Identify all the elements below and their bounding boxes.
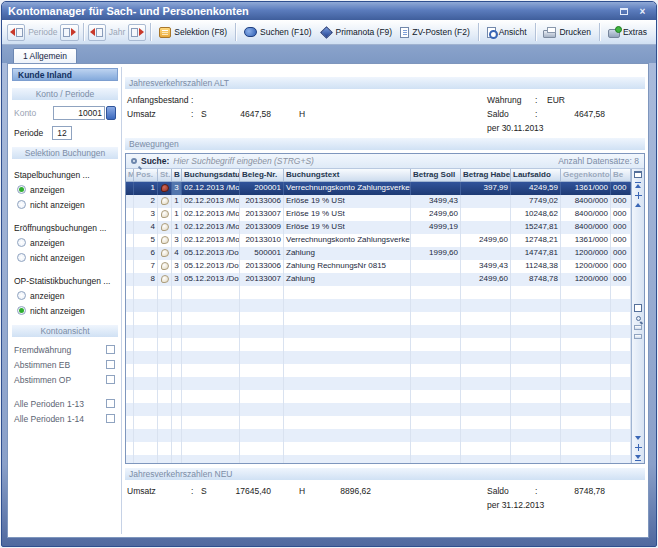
empty-cell	[158, 312, 172, 325]
tab-allgemein[interactable]: 1 Allgemein	[13, 48, 77, 63]
checkbox[interactable]	[106, 360, 115, 369]
restore-icon	[620, 8, 628, 15]
checkbox-label: Alle Perioden 1-14	[14, 414, 84, 424]
table-row[interactable]: 7305.12.2013 /Do20133006Zahlung Rechnung…	[126, 260, 631, 273]
jvz-alt-body: Anfangsbestand : Umsatz : S 4647,58 H Wä…	[125, 89, 645, 138]
column-header[interactable]: Be	[611, 169, 631, 181]
empty-cell	[126, 312, 134, 325]
table-row[interactable]: 3102.12.2013 /Mo20133007Erlöse 19 % USt2…	[126, 208, 631, 221]
checkbox-row[interactable]: Abstimmen OP	[12, 372, 118, 387]
radio-option[interactable]: anzeigen	[14, 182, 116, 197]
jahr-next-button[interactable]	[128, 24, 146, 41]
buchungstext-cell: Verrechnungskonto Zahlungsverkehr	[284, 234, 411, 247]
empty-cell	[411, 312, 461, 325]
table-row[interactable]: 2102.12.2013 /Mo20133006Erlöse 19 % USt3…	[126, 195, 631, 208]
table-header[interactable]: MPos. ▼St.BBuchungsdatumBeleg-Nr.Buchung…	[126, 169, 631, 182]
column-header[interactable]: M	[126, 169, 134, 181]
radio-option[interactable]: anzeigen	[14, 235, 116, 250]
radio-option[interactable]: nicht anzeigen	[14, 250, 116, 265]
beleg-nr-cell: 20133009	[240, 221, 284, 234]
search-bar[interactable]: Suche: Hier Suchbegriff eingeben (STRG+S…	[126, 154, 644, 169]
checkbox-row[interactable]: Alle Perioden 1-14	[12, 411, 118, 426]
checkbox[interactable]	[106, 414, 115, 423]
column-header[interactable]: Pos. ▼	[134, 169, 158, 181]
checkbox-label: Abstimmen OP	[14, 375, 71, 385]
grid-search-icon[interactable]	[636, 316, 641, 321]
restore-button[interactable]	[616, 5, 631, 18]
empty-cell	[561, 325, 611, 338]
column-select-icon[interactable]	[634, 171, 642, 178]
empty-cell	[172, 286, 182, 299]
empty-cell	[511, 286, 561, 299]
document-icon	[400, 27, 409, 38]
empty-cell	[126, 325, 134, 338]
radio-option[interactable]: nicht anzeigen	[14, 303, 116, 318]
insert-record-icon[interactable]	[635, 192, 642, 199]
column-header[interactable]: Betrag Soll	[411, 169, 461, 181]
primanota-button[interactable]: Primanota (F9)	[316, 25, 397, 39]
column-header[interactable]: Beleg-Nr.	[240, 169, 284, 181]
empty-cell	[284, 299, 411, 312]
grid-tool-icon-2[interactable]	[634, 334, 642, 339]
checkbox[interactable]	[106, 345, 115, 354]
column-header[interactable]: St.	[158, 169, 172, 181]
table-row-empty	[126, 325, 631, 338]
column-header[interactable]: Buchungsdatum	[182, 169, 240, 181]
table-row-empty	[126, 429, 631, 442]
checkbox-row[interactable]: Abstimmen EB	[12, 357, 118, 372]
empty-cell	[611, 312, 631, 325]
empty-cell	[134, 364, 158, 377]
radio-icon	[17, 238, 26, 247]
jahr-prev-button[interactable]	[88, 24, 106, 41]
columns-icon[interactable]	[634, 304, 642, 312]
periode-next-button[interactable]	[60, 24, 78, 41]
close-button[interactable]: ×	[635, 5, 650, 18]
table-row[interactable]: 6405.12.2013 /Do500001Zahlung1999,601474…	[126, 247, 631, 260]
table-row[interactable]: 4102.12.2013 /Mo20133009Erlöse 19 % USt4…	[126, 221, 631, 234]
prev-record-icon[interactable]	[635, 203, 641, 207]
konto-spinner-button[interactable]	[106, 106, 116, 120]
first-record-button[interactable]	[635, 182, 641, 188]
table-row[interactable]: 5302.12.2013 /Mo20133010Verrechnungskont…	[126, 234, 631, 247]
checkbox-row[interactable]: Fremdwährung	[12, 342, 118, 357]
column-header[interactable]: B	[172, 169, 182, 181]
extras-button[interactable]: Extras	[604, 25, 651, 40]
empty-cell	[561, 403, 611, 416]
ansicht-button[interactable]: Ansicht	[483, 25, 531, 40]
column-header[interactable]: Laufsaldo	[511, 169, 561, 181]
table-row[interactable]: 8305.12.2013 /Do20133007Zahlung2499,6087…	[126, 273, 631, 286]
table-row[interactable]: 1302.12.2013 /Mo200001Verrechnungskonto …	[126, 182, 631, 195]
buchung-status-icon	[161, 262, 169, 270]
radio-group: Stapelbuchungen ...anzeigennicht anzeige…	[12, 168, 118, 212]
next-record-icon[interactable]	[635, 436, 641, 440]
bewegungen-table: Suche: Hier Suchbegriff eingeben (STRG+S…	[125, 153, 645, 464]
table-row-empty	[126, 390, 631, 403]
column-header[interactable]: Betrag Haben	[461, 169, 511, 181]
konto-input[interactable]: 10001	[53, 106, 105, 120]
checkbox[interactable]	[106, 375, 115, 384]
radio-label: anzeigen	[30, 291, 65, 301]
buchung-status-icon	[161, 197, 169, 205]
periode-prev-button[interactable]	[7, 24, 25, 41]
suchen-button[interactable]: Suchen (F10)	[240, 25, 316, 39]
grid-tool-icon-1[interactable]	[634, 325, 642, 330]
beleg-nr-cell: 500001	[240, 247, 284, 260]
empty-cell	[284, 364, 411, 377]
checkbox-row[interactable]: Alle Perioden 1-13	[12, 396, 118, 411]
buchungsdatum-cell: 05.12.2013 /Do	[182, 247, 240, 260]
append-record-icon[interactable]	[635, 444, 642, 451]
radio-option[interactable]: nicht anzeigen	[14, 197, 116, 212]
empty-cell	[172, 403, 182, 416]
column-header[interactable]: Gegenkonto	[561, 169, 611, 181]
last-record-button[interactable]	[635, 455, 641, 461]
drucken-button[interactable]: Drucken	[539, 25, 595, 40]
content-panel: Kunde Inland Konto / Periode Konto 10001…	[7, 63, 649, 538]
per-neu-date: per 31.12.2013	[487, 500, 544, 510]
checkbox[interactable]	[106, 399, 115, 408]
radio-option[interactable]: anzeigen	[14, 288, 116, 303]
zv-posten-button[interactable]: ZV-Posten (F2)	[396, 25, 474, 40]
buchung-status-icon	[161, 210, 169, 218]
periode-input[interactable]: 12	[52, 126, 72, 140]
selektion-button[interactable]: Selektion (F8)	[155, 25, 231, 40]
column-header[interactable]: Buchungstext	[284, 169, 411, 181]
